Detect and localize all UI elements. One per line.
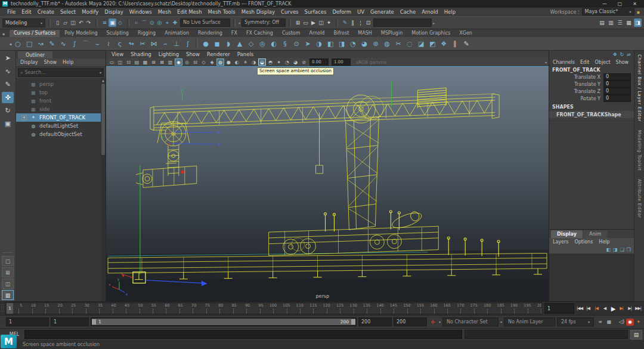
outliner-item[interactable]: ◍ defaultLightSet (16, 122, 106, 130)
layout-outliner-persp[interactable]: ▥ (2, 290, 14, 300)
playback-end-field[interactable]: 200 (358, 317, 392, 326)
lasso-select-tool[interactable]: ∿ (2, 66, 14, 77)
menu-item[interactable]: Mesh Tools (205, 9, 239, 15)
channel-value-field[interactable]: 0 (603, 88, 631, 95)
sidebar-tab[interactable]: Channel Box / Layer Editor (637, 54, 642, 122)
interactive-icon[interactable]: ¦ (357, 18, 364, 27)
birail-icon[interactable]: ◑ (314, 38, 324, 49)
shelf-tab[interactable]: FX (227, 30, 242, 37)
cut-curve-icon[interactable]: ✂ (137, 38, 148, 49)
film-gate-icon[interactable]: ▥ (166, 58, 174, 66)
boundary-icon[interactable]: ◧ (325, 38, 336, 49)
channel-box-menu-item[interactable]: Channels (553, 60, 575, 65)
outliner-item[interactable]: ▦ front (16, 97, 106, 105)
chevron-down-icon[interactable]: ▾ (439, 320, 441, 324)
arc-3pt-icon[interactable]: ⌒ (80, 38, 91, 49)
symmetry-field[interactable]: Symmetry: Off (242, 18, 286, 27)
layer-editor-tab[interactable]: Display (551, 230, 583, 238)
hypershade-toggle-icon[interactable]: ▥ (607, 18, 615, 27)
menu-item[interactable]: Select (57, 9, 79, 15)
surface-fillet-icon[interactable]: ❖ (438, 38, 449, 49)
overscan-icon[interactable]: ⊠ (158, 58, 166, 66)
viewport-menu-item[interactable]: Panels (237, 51, 253, 57)
nurbs-square-icon[interactable]: □ (24, 38, 35, 49)
character-set-selector[interactable]: No Character Set (442, 317, 499, 326)
shelf-tab[interactable]: MSPlugin (377, 30, 407, 37)
maximize-button[interactable]: ▢ (618, 1, 623, 7)
render-settings-icon[interactable]: ✦ (325, 18, 333, 27)
menu-item[interactable]: Edit (18, 9, 34, 15)
select-hierarchy-icon[interactable]: ≡ (101, 18, 109, 27)
menu-item[interactable]: Windows (126, 9, 155, 15)
insert-knot-icon[interactable]: ς (114, 38, 125, 49)
use-all-lights-icon[interactable]: ☀ (242, 58, 249, 66)
menu-item[interactable]: Display (101, 9, 126, 15)
exposure-field[interactable]: 0.00 (309, 58, 329, 66)
menu-item[interactable]: UV (354, 9, 367, 15)
channel-value-field[interactable]: 0 (603, 73, 631, 81)
numeric-input-field[interactable] (373, 18, 432, 27)
channel-box-menu-item[interactable]: Edit (580, 60, 590, 65)
layer-list[interactable] (549, 254, 634, 301)
isolate-select-icon[interactable]: ◕ (292, 58, 299, 66)
intersect-curve-icon[interactable]: ⋈ (148, 38, 159, 49)
textured-icon[interactable]: ◐ (233, 58, 241, 66)
new-scene-icon[interactable]: ▯ (54, 18, 61, 27)
rotate-tool[interactable]: ↻ (2, 105, 14, 116)
shelf-tab[interactable]: Bifrost (329, 30, 353, 37)
attach-curve-icon[interactable]: ⌢ (160, 38, 171, 49)
layer-playback-icon[interactable]: ◨ (613, 247, 618, 252)
cycle-check-icon[interactable]: ◉ (626, 319, 634, 326)
shelf-tab[interactable]: Motion Graphics (407, 30, 454, 37)
scrollbar-thumb[interactable] (101, 84, 105, 155)
square-surface-icon[interactable]: ◨ (336, 38, 347, 49)
redo-icon[interactable]: ↷ (85, 18, 92, 27)
snap-point-icon[interactable]: ⊙ (148, 18, 156, 27)
shelf-tab[interactable]: Poly Modeling (60, 30, 101, 37)
depth-of-field-icon[interactable]: ◔ (283, 58, 291, 66)
detach-surface-icon[interactable]: ◩ (427, 38, 438, 49)
select-tool[interactable]: ➤ (2, 52, 14, 64)
channel-box-toggle-icon[interactable]: ◨ (634, 18, 642, 27)
cv-curve-icon[interactable]: ↝ (35, 38, 46, 49)
sidebar-tab[interactable]: Attribute Editor (637, 179, 642, 218)
viewport-menu-item[interactable]: Shading (131, 51, 151, 57)
channel-row[interactable]: Translate Y 0 (549, 81, 634, 88)
motion-blur-icon[interactable]: ◓ (267, 58, 274, 66)
shelf-tab[interactable]: Custom (278, 30, 305, 37)
chevron-down-icon[interactable]: ▾ (545, 60, 547, 64)
step-forward-frame-button[interactable]: ▶| (626, 306, 634, 311)
field-chart-icon[interactable]: ⊟ (191, 58, 199, 66)
gate-mask-icon[interactable]: ◎ (183, 58, 191, 66)
untrim-icon[interactable]: ◌ (404, 38, 415, 49)
attach-surface-icon[interactable]: ◪ (416, 38, 426, 49)
outliner-item[interactable]: ◍ defaultObjectSet (16, 130, 106, 138)
nurbs-circle-icon[interactable]: ○ (13, 38, 23, 49)
arc-2pt-icon[interactable]: ⌣ (92, 38, 103, 49)
channel-box-menu-item[interactable]: Show (616, 60, 629, 65)
menu-item[interactable]: Edit Mesh (174, 9, 205, 15)
layout-single-pane[interactable]: ▢ (2, 256, 14, 266)
show-manipulators-icon[interactable]: ✥ (613, 52, 617, 57)
pause-icon[interactable]: ‖ (349, 18, 357, 27)
go-to-end-button[interactable]: ▶▶| (634, 306, 642, 311)
channel-value-field[interactable]: 0 (603, 81, 631, 88)
workspace-lock-icon[interactable]: ▪ (637, 10, 640, 15)
layout-two-pane[interactable]: ◫ (2, 279, 14, 289)
outliner-item[interactable]: ▦ side (16, 105, 106, 113)
fps-selector[interactable]: 24 fps ▾ (557, 317, 594, 326)
bevel-plus-icon[interactable]: ◕ (359, 38, 370, 49)
step-forward-key-button[interactable]: ▶| (617, 306, 626, 311)
shelf-tab[interactable]: Rendering (194, 30, 227, 37)
outliner-menu-item[interactable]: Display (20, 60, 38, 65)
channel-row[interactable]: Rotate Y 0 (549, 95, 634, 102)
workspace-selector[interactable]: Maya Classic* ▾ (582, 8, 634, 16)
playback-loop-icon[interactable]: ∞ (596, 319, 605, 325)
create-layer-from-selected-icon[interactable]: ❐ (627, 247, 631, 252)
shelf-tab[interactable]: Curves / Surfaces (10, 30, 60, 37)
viewport-menu-item[interactable]: View (112, 51, 123, 57)
shelf-tab[interactable]: Arnold (305, 30, 329, 37)
shelf-grip-icon[interactable]: ▪ (10, 42, 12, 46)
step-back-key-button[interactable]: |◀ (592, 306, 600, 311)
channel-row[interactable]: Translate Z 0 (549, 88, 634, 95)
